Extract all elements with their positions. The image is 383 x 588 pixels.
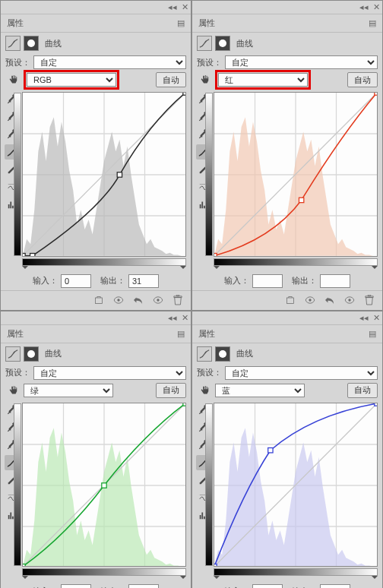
curves-graph[interactable]: [214, 92, 378, 257]
mask-icon[interactable]: [24, 346, 39, 362]
curves-graph[interactable]: [22, 92, 186, 257]
preset-label: 预设：: [5, 367, 30, 378]
toggle-visibility-icon[interactable]: [343, 296, 356, 304]
svg-point-15: [219, 40, 226, 47]
adjustment-type-icon[interactable]: [197, 36, 212, 51]
curves-panel-1: ◂◂ ✕ 属性 ▤ 曲线 预设： 自定 红 自动: [192, 0, 383, 311]
preset-select[interactable]: 自定: [225, 55, 378, 69]
svg-rect-11: [183, 93, 185, 95]
close-icon[interactable]: ✕: [179, 313, 191, 323]
view-previous-icon[interactable]: [112, 296, 125, 304]
input-field[interactable]: [252, 584, 283, 588]
panel-menu-icon[interactable]: ▤: [177, 18, 185, 28]
mask-icon[interactable]: [215, 36, 230, 51]
target-adjust-icon[interactable]: [197, 72, 212, 87]
auto-button[interactable]: 自动: [156, 383, 186, 398]
preset-label: 预设：: [197, 57, 222, 68]
svg-rect-9: [30, 254, 35, 256]
svg-rect-10: [117, 172, 122, 177]
close-icon[interactable]: ✕: [370, 2, 382, 12]
range-sliders[interactable]: [214, 266, 378, 272]
panel-tab[interactable]: 属性 ▤: [192, 325, 382, 343]
adjustment-type-label: 曲线: [236, 348, 253, 359]
adjustment-type-icon[interactable]: [5, 36, 21, 51]
range-sliders[interactable]: [214, 576, 378, 582]
curves-panel-2: ◂◂ ✕ 属性 ▤ 曲线 预设： 自定 绿 自动: [0, 311, 192, 588]
delete-icon[interactable]: [171, 295, 185, 305]
svg-rect-23: [214, 254, 217, 256]
adjustment-type-label: 曲线: [45, 38, 62, 49]
toggle-visibility-icon[interactable]: [151, 296, 165, 304]
input-field[interactable]: [61, 584, 91, 588]
mask-icon[interactable]: [24, 36, 39, 51]
svg-point-43: [219, 350, 226, 358]
adjustment-type-label: 曲线: [45, 348, 62, 359]
delete-icon[interactable]: [362, 295, 376, 305]
svg-rect-51: [214, 564, 217, 566]
collapse-icon[interactable]: ◂◂: [166, 2, 179, 12]
input-field[interactable]: [61, 274, 91, 288]
close-icon[interactable]: ✕: [179, 2, 191, 12]
channel-select[interactable]: 蓝: [215, 384, 305, 397]
collapse-icon[interactable]: ◂◂: [166, 313, 179, 323]
clip-to-layer-icon[interactable]: [92, 296, 106, 305]
panel-title: 属性: [198, 328, 215, 340]
panel-titlebar: ◂◂ ✕: [192, 1, 382, 14]
panel-titlebar: ◂◂ ✕: [1, 311, 191, 325]
input-gradient: [22, 258, 186, 266]
view-previous-icon[interactable]: [303, 296, 317, 304]
output-field[interactable]: [128, 274, 159, 288]
reset-icon[interactable]: [131, 296, 145, 305]
svg-rect-12: [96, 298, 103, 304]
panel-menu-icon[interactable]: ▤: [369, 329, 376, 339]
panel-tab[interactable]: 属性 ▤: [1, 325, 191, 343]
panel-title: 属性: [7, 328, 24, 340]
input-gradient: [214, 258, 378, 266]
output-field[interactable]: [320, 274, 350, 288]
panel-tab[interactable]: 属性 ▤: [1, 14, 191, 33]
preset-select[interactable]: 自定: [225, 366, 378, 380]
preset-select[interactable]: 自定: [33, 366, 186, 380]
curves-panel-3: ◂◂ ✕ 属性 ▤ 曲线 预设： 自定 蓝 自动: [192, 311, 383, 588]
collapse-icon[interactable]: ◂◂: [358, 2, 370, 12]
output-gradient: [14, 93, 21, 256]
adjustment-type-icon[interactable]: [5, 346, 21, 362]
preset-label: 预设：: [5, 57, 30, 68]
curves-graph[interactable]: [214, 403, 378, 567]
collapse-icon[interactable]: ◂◂: [358, 313, 370, 323]
svg-point-27: [309, 299, 311, 302]
mask-icon[interactable]: [215, 346, 230, 362]
range-sliders[interactable]: [22, 576, 186, 582]
clip-to-layer-icon[interactable]: [283, 296, 297, 305]
reset-icon[interactable]: [323, 296, 337, 305]
svg-rect-52: [268, 447, 273, 452]
panel-menu-icon[interactable]: ▤: [177, 329, 185, 339]
close-icon[interactable]: ✕: [370, 313, 382, 323]
panel-tab[interactable]: 属性 ▤: [192, 14, 382, 33]
panel-titlebar: ◂◂ ✕: [1, 1, 191, 14]
output-label: 输出：: [100, 275, 125, 286]
svg-point-0: [27, 40, 35, 47]
auto-button[interactable]: 自动: [347, 72, 378, 87]
target-adjust-icon[interactable]: [197, 383, 212, 398]
panel-footer: [192, 290, 382, 310]
input-field[interactable]: [252, 274, 283, 288]
curves-graph[interactable]: [22, 403, 186, 567]
adjustment-type-icon[interactable]: [197, 346, 212, 362]
target-adjust-icon[interactable]: [5, 383, 21, 398]
panel-menu-icon[interactable]: ▤: [369, 18, 376, 28]
input-gradient: [214, 568, 378, 576]
svg-point-14: [157, 299, 159, 302]
target-adjust-icon[interactable]: [5, 72, 21, 87]
range-sliders[interactable]: [22, 266, 186, 272]
output-gradient: [205, 93, 213, 256]
channel-select[interactable]: 绿: [24, 384, 113, 397]
channel-select[interactable]: RGB: [27, 73, 116, 87]
auto-button[interactable]: 自动: [156, 72, 186, 87]
channel-select[interactable]: 红: [218, 73, 308, 87]
auto-button[interactable]: 自动: [347, 383, 378, 398]
output-field[interactable]: [128, 584, 159, 588]
curves-panel-0: ◂◂ ✕ 属性 ▤ 曲线 预设： 自定 RGB 自动: [0, 0, 192, 311]
preset-select[interactable]: 自定: [33, 55, 186, 69]
output-field[interactable]: [320, 584, 350, 588]
